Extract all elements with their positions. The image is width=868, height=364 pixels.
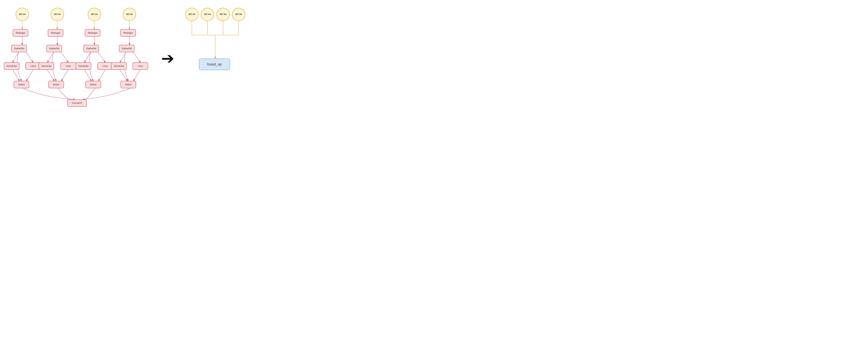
main-container: INT 64 Reshape GatherNd ZerosLike Less S… <box>0 0 273 117</box>
g4-reshape: Reshape <box>120 29 136 37</box>
left-diagram: INT 64 Reshape GatherNd ZerosLike Less S… <box>4 4 156 113</box>
svg-line-8 <box>48 52 54 62</box>
svg-line-2 <box>13 52 19 62</box>
g3-int64: INT 64 <box>88 8 101 21</box>
g3-select[interactable]: Select <box>85 81 101 88</box>
g1-select[interactable]: Select <box>14 81 29 88</box>
svg-line-23 <box>133 70 141 81</box>
svg-line-17 <box>98 70 105 81</box>
concatv2: ConcatV2 <box>67 99 87 107</box>
g4-gathernd: GatherNd <box>119 45 134 52</box>
svg-line-3 <box>26 52 33 62</box>
g2-zeroslike: ZerosLike <box>39 62 54 70</box>
g4-zeroslike: ZerosLike <box>111 62 127 70</box>
r-int64-2: INT 64 <box>201 8 214 21</box>
g1-int64: INT 64 <box>16 8 29 21</box>
svg-line-22 <box>120 70 127 81</box>
r-int64-4: INT 64 <box>232 8 245 21</box>
svg-line-20 <box>120 52 126 62</box>
g2-int64: INT 64 <box>51 8 64 21</box>
right-diagram: INT 64 INT 64 INT 64 INT 64 fused_op <box>179 4 253 113</box>
g4-select[interactable]: Select <box>121 81 136 88</box>
g3-reshape: Reshape <box>85 29 100 37</box>
g1-reshape: Reshape <box>13 29 28 37</box>
svg-line-21 <box>133 52 141 62</box>
svg-line-5 <box>26 70 33 81</box>
g4-int64: INT 64 <box>123 8 136 21</box>
g2-less: Less <box>60 62 76 70</box>
r-int64-3: INT 64 <box>216 8 230 21</box>
g3-zeroslike: ZerosLike <box>76 62 91 70</box>
g4-less: Less <box>132 62 148 70</box>
svg-line-15 <box>98 52 105 62</box>
g1-gathernd: GatherNd <box>11 45 27 52</box>
fused-op: fused_op <box>199 59 230 70</box>
g1-zeroslike: ZerosLike <box>4 62 20 70</box>
g3-gathernd: GatherNd <box>84 45 99 52</box>
g2-select[interactable]: Select <box>48 81 64 88</box>
g2-gathernd: GatherNd <box>46 45 62 52</box>
svg-line-4 <box>13 70 20 81</box>
svg-line-10 <box>48 70 54 81</box>
svg-line-16 <box>85 70 91 81</box>
g3-less: Less <box>97 62 113 70</box>
transform-arrow: ➔ <box>156 4 179 113</box>
left-connections <box>4 4 156 113</box>
svg-line-9 <box>61 52 68 62</box>
svg-line-11 <box>61 70 68 81</box>
r-int64-1: INT 64 <box>185 8 198 21</box>
g2-reshape: Reshape <box>48 29 63 37</box>
svg-line-14 <box>85 52 91 62</box>
right-arrow-icon: ➔ <box>161 51 174 66</box>
